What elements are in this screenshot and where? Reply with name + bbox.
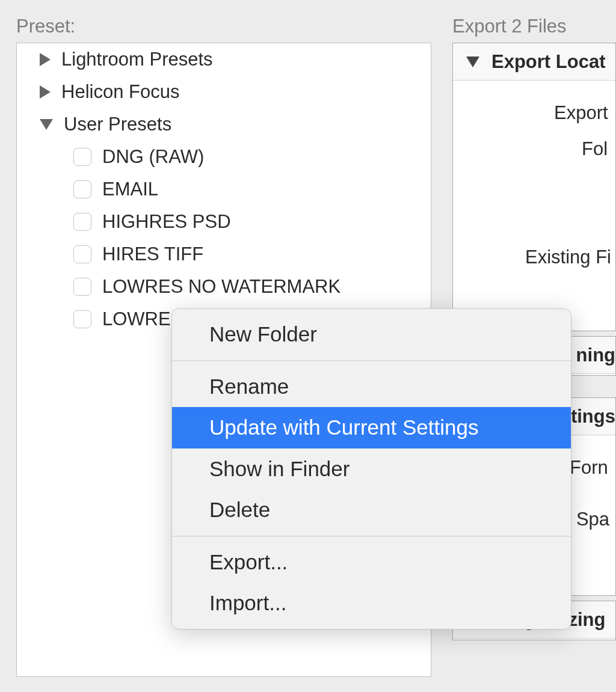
checkbox-icon[interactable] bbox=[73, 148, 91, 166]
export-count-label: Export 2 Files bbox=[452, 16, 567, 37]
preset-item-label: EMAIL bbox=[102, 179, 158, 200]
existing-files-label: Existing Fi bbox=[453, 239, 615, 275]
disclosure-right-icon bbox=[40, 53, 51, 66]
preset-item-label: HIRES TIFF bbox=[102, 243, 203, 265]
panel-title: Export Locat bbox=[491, 51, 605, 73]
menu-show-in-finder[interactable]: Show in Finder bbox=[172, 449, 571, 490]
menu-delete[interactable]: Delete bbox=[172, 489, 571, 531]
menu-separator bbox=[172, 360, 571, 361]
preset-item-highres-psd[interactable]: HIGHRES PSD bbox=[17, 206, 431, 238]
preset-item-label: LOWRES NO WATERMARK bbox=[102, 276, 340, 298]
preset-item-dng[interactable]: DNG (RAW) bbox=[17, 141, 431, 173]
preset-context-menu: New Folder Rename Update with Current Se… bbox=[171, 308, 571, 629]
menu-separator bbox=[172, 536, 571, 537]
panel-title: ning bbox=[576, 344, 615, 366]
checkbox-icon[interactable] bbox=[73, 278, 91, 296]
preset-group-user[interactable]: User Presets bbox=[17, 108, 431, 141]
export-to-label: Export bbox=[453, 95, 615, 131]
preset-group-helicon[interactable]: Helicon Focus bbox=[17, 76, 431, 108]
preset-label: Preset: bbox=[16, 16, 75, 37]
preset-item-label: DNG (RAW) bbox=[102, 146, 204, 168]
menu-rename[interactable]: Rename bbox=[172, 366, 571, 408]
disclosure-right-icon bbox=[40, 85, 51, 99]
export-folder-label: Fol bbox=[453, 131, 615, 167]
export-location-header[interactable]: Export Locat bbox=[453, 43, 615, 81]
preset-group-label: Lightroom Presets bbox=[61, 49, 213, 70]
menu-update-current-settings[interactable]: Update with Current Settings bbox=[172, 407, 571, 449]
export-location-body: Export Fol Existing Fi bbox=[453, 81, 615, 290]
checkbox-icon[interactable] bbox=[73, 180, 91, 198]
preset-item-lowres-no-watermark[interactable]: LOWRES NO WATERMARK bbox=[17, 271, 431, 303]
preset-item-hires-tiff[interactable]: HIRES TIFF bbox=[17, 238, 431, 271]
export-location-panel: Export Locat Export Fol Existing Fi bbox=[452, 43, 616, 331]
disclosure-down-icon bbox=[466, 57, 479, 67]
panel-title: tings bbox=[571, 406, 615, 427]
checkbox-icon[interactable] bbox=[73, 245, 91, 263]
preset-item-label: HIGHRES PSD bbox=[102, 211, 231, 233]
menu-new-folder[interactable]: New Folder bbox=[172, 314, 571, 355]
preset-item-email[interactable]: EMAIL bbox=[17, 173, 431, 206]
disclosure-down-icon bbox=[40, 119, 53, 130]
checkbox-icon[interactable] bbox=[73, 213, 91, 231]
preset-group-label: User Presets bbox=[64, 114, 171, 135]
menu-export[interactable]: Export... bbox=[172, 542, 571, 583]
preset-group-label: Helicon Focus bbox=[61, 81, 179, 103]
preset-group-lightroom[interactable]: Lightroom Presets bbox=[17, 43, 431, 76]
checkbox-icon[interactable] bbox=[73, 310, 91, 328]
menu-import[interactable]: Import... bbox=[172, 583, 571, 624]
